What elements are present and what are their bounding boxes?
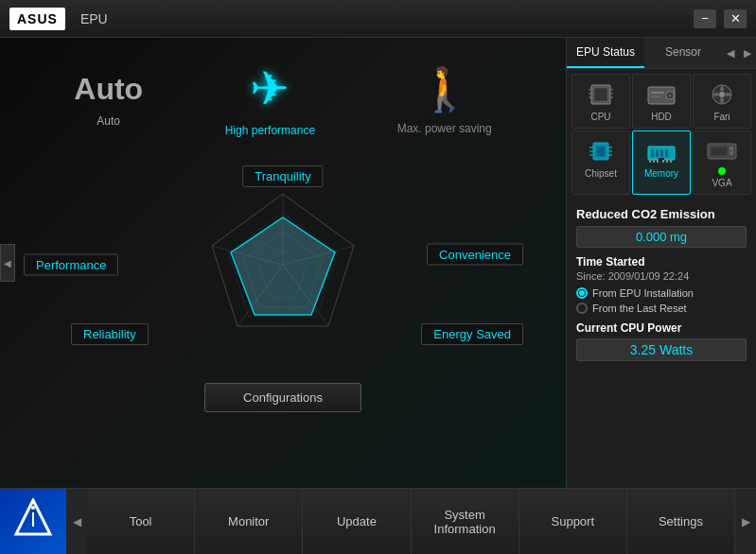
- fan-label: Fan: [713, 112, 730, 122]
- memory-icon: [644, 137, 678, 165]
- close-button[interactable]: ✕: [724, 9, 747, 28]
- high-performance-label: High performance: [225, 124, 315, 137]
- svg-rect-44: [670, 160, 672, 163]
- vga-icon: [705, 137, 739, 165]
- title-bar: ASUS EPU − ✕: [0, 0, 756, 38]
- mode-high-performance[interactable]: ✈ High performance: [225, 61, 315, 137]
- svg-point-51: [31, 506, 35, 510]
- svg-rect-39: [649, 160, 651, 163]
- radio-from-epu-circle: [576, 287, 588, 299]
- minimize-button[interactable]: −: [694, 9, 716, 28]
- app-logo-area: ASUS EPU: [9, 8, 108, 30]
- configurations-button[interactable]: Configurations: [204, 383, 361, 412]
- component-icons-grid: CPU HDD: [567, 69, 756, 199]
- fan-icon: [705, 80, 739, 109]
- hdd-icon: [644, 80, 678, 109]
- ai-suite-logo: [14, 498, 52, 545]
- svg-rect-46: [711, 147, 728, 156]
- nav-tabs: Tool Monitor Update System Information S…: [87, 489, 735, 555]
- stats-section: Reduced CO2 Emission 0.000 mg Time Start…: [567, 199, 756, 488]
- icon-hdd[interactable]: HDD: [632, 74, 691, 129]
- window-controls: − ✕: [694, 9, 747, 28]
- nav-next-button[interactable]: ▶: [735, 489, 756, 555]
- mode-max-saving[interactable]: 🚶 Max. power saving: [397, 64, 492, 135]
- app-name: EPU: [80, 11, 108, 26]
- svg-rect-41: [657, 160, 659, 163]
- svg-rect-43: [666, 160, 668, 163]
- cpu-label: CPU: [590, 112, 610, 122]
- tab-sensor[interactable]: Sensor: [644, 38, 722, 68]
- svg-rect-42: [662, 160, 664, 163]
- svg-rect-22: [651, 95, 660, 97]
- time-started-label: Time Started: [576, 255, 747, 268]
- nav-tab-tool[interactable]: Tool: [87, 489, 195, 555]
- asus-logo: ASUS: [9, 8, 65, 30]
- icon-vga[interactable]: VGA: [693, 130, 751, 195]
- mode-auto[interactable]: Auto Auto: [74, 72, 143, 128]
- max-saving-icon: 🚶: [418, 64, 471, 114]
- mode-selector: Auto Auto ✈ High performance 🚶 Max. powe…: [14, 52, 552, 147]
- svg-rect-21: [651, 92, 664, 94]
- reduced-co2-title: Reduced CO2 Emission: [576, 207, 747, 221]
- hdd-label: HDD: [651, 112, 672, 122]
- reduced-co2-value: 0.000 mg: [576, 226, 747, 248]
- svg-rect-47: [730, 147, 733, 150]
- nav-tab-update[interactable]: Update: [303, 489, 411, 555]
- cpu-power-value: 3.25 Watts: [576, 338, 747, 361]
- label-energy-saved: Energy Saved: [421, 323, 523, 345]
- tab-epu-status[interactable]: EPU Status: [567, 38, 644, 68]
- svg-rect-37: [665, 149, 668, 157]
- tab-nav-left[interactable]: ◀: [722, 38, 739, 68]
- high-performance-icon: ✈: [250, 61, 290, 116]
- svg-point-24: [719, 92, 725, 97]
- spider-chart-svg: [198, 184, 368, 345]
- svg-rect-34: [651, 149, 654, 157]
- nav-tab-monitor[interactable]: Monitor: [195, 489, 303, 555]
- spider-chart-area: Tranquility Performance Convenience Reli…: [14, 161, 552, 369]
- right-panel: EPU Status Sensor ◀ ▶ CPU: [567, 38, 756, 488]
- svg-point-20: [669, 95, 672, 97]
- label-reliability: Reliability: [71, 323, 149, 345]
- icon-fan[interactable]: Fan: [693, 74, 751, 129]
- svg-rect-35: [656, 149, 659, 157]
- cpu-power-title: Current CPU Power: [576, 321, 747, 335]
- cpu-icon: [584, 80, 618, 109]
- max-saving-label: Max. power saving: [397, 122, 492, 135]
- svg-marker-9: [231, 217, 335, 315]
- label-convenience: Convenience: [427, 244, 523, 266]
- icon-memory[interactable]: Memory: [632, 130, 691, 195]
- svg-rect-26: [596, 146, 606, 157]
- left-panel-arrow[interactable]: ◀: [0, 244, 15, 282]
- svg-rect-36: [660, 149, 663, 157]
- icon-chipset[interactable]: Chipset: [571, 130, 630, 195]
- chipset-label: Chipset: [585, 168, 617, 179]
- label-performance: Performance: [24, 254, 118, 276]
- nav-tab-settings[interactable]: Settings: [627, 489, 735, 555]
- left-panel: ◀ Auto Auto ✈ High performance 🚶 Max. po…: [0, 38, 567, 488]
- nav-logo-area: [0, 489, 66, 555]
- right-panel-tabs: EPU Status Sensor ◀ ▶: [567, 38, 756, 69]
- main-area: ◀ Auto Auto ✈ High performance 🚶 Max. po…: [0, 38, 756, 488]
- nav-tab-support[interactable]: Support: [519, 489, 627, 555]
- radio-from-reset-circle: [576, 303, 588, 314]
- label-tranquility: Tranquility: [242, 165, 323, 187]
- memory-label: Memory: [644, 168, 678, 179]
- bottom-nav: ◀ Tool Monitor Update System Information…: [0, 488, 756, 554]
- vga-label: VGA: [712, 178, 731, 188]
- auto-icon: Auto: [74, 72, 143, 107]
- radio-from-epu[interactable]: From EPU Installation: [576, 287, 747, 299]
- tab-nav-right[interactable]: ▶: [739, 38, 756, 68]
- vga-status-dot: [718, 167, 726, 175]
- auto-label: Auto: [97, 114, 120, 128]
- svg-rect-40: [653, 160, 655, 163]
- icon-cpu[interactable]: CPU: [571, 74, 630, 129]
- nav-tab-system-information[interactable]: System Information: [412, 489, 519, 555]
- time-since: Since: 2009/01/09 22:24: [576, 270, 747, 282]
- svg-rect-11: [594, 88, 607, 101]
- radio-from-reset[interactable]: From the Last Reset: [576, 303, 747, 314]
- svg-rect-48: [730, 151, 733, 155]
- chipset-icon: [584, 137, 618, 165]
- nav-prev-button[interactable]: ◀: [66, 489, 87, 555]
